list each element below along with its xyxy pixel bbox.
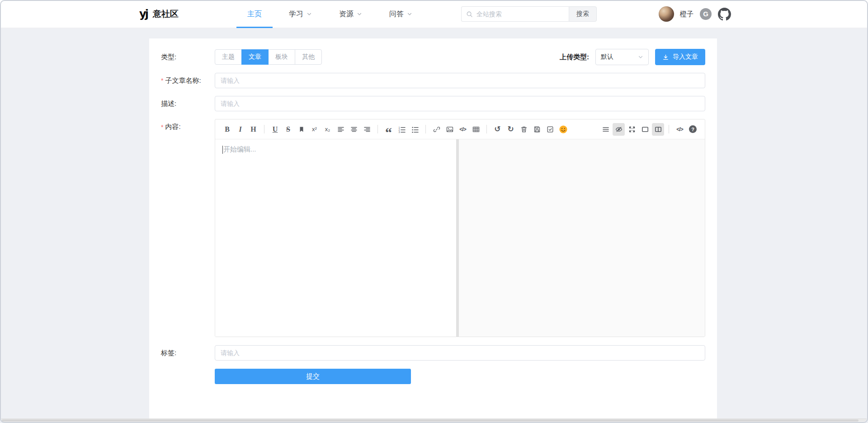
name-label: * 子文章名称: (161, 76, 215, 85)
chevron-down-icon (638, 54, 643, 60)
submit-row: 提交 (161, 369, 705, 384)
type-option-article[interactable]: 文章 (241, 49, 269, 65)
nav-item-qa[interactable]: 问答 (388, 0, 413, 28)
toolbar-separator (669, 125, 669, 133)
nav-label: 学习 (289, 10, 303, 19)
bold-icon[interactable]: B (221, 123, 233, 136)
subscript-icon[interactable]: x₂ (321, 123, 334, 136)
link-icon[interactable] (430, 123, 443, 136)
nav-item-resources[interactable]: 资源 (338, 0, 363, 28)
code-icon[interactable]: </> (457, 123, 469, 136)
toc-icon[interactable] (599, 123, 612, 136)
chevron-down-icon (357, 11, 362, 17)
type-option-other[interactable]: 其他 (295, 49, 322, 65)
preview-window-icon[interactable] (639, 123, 651, 136)
nav-label: 问答 (389, 10, 404, 19)
toolbar-separator (264, 125, 264, 133)
toolbar-right-groups: </>? (599, 123, 699, 136)
code-view-icon[interactable]: </> (674, 123, 686, 136)
description-row: 描述: (161, 96, 705, 111)
search-icon (466, 11, 473, 18)
toolbar-left-groups: BIHUSx²x₂“123</>↺↻ (221, 123, 570, 136)
submit-button[interactable]: 提交 (215, 369, 411, 384)
scrollbar-thumb[interactable] (2, 419, 859, 422)
align-right-icon[interactable] (361, 123, 373, 136)
main-nav: 主页 学习 资源 问答 (246, 0, 413, 28)
quote-icon[interactable]: “ (382, 123, 395, 136)
heading-icon[interactable]: H (247, 123, 259, 136)
help-icon[interactable]: ? (687, 123, 699, 136)
nav-item-study[interactable]: 学习 (288, 0, 313, 28)
checklist-icon[interactable] (544, 123, 556, 136)
type-row: 类型: 主题 文章 板块 其他 上传类型: 默认 导入文章 (161, 49, 705, 65)
submit-spacer (161, 369, 215, 384)
svg-text:G: G (703, 10, 708, 18)
preview-toggle-icon[interactable] (613, 123, 625, 136)
import-article-button[interactable]: 导入文章 (655, 49, 705, 65)
unordered-list-icon[interactable] (409, 123, 421, 136)
tags-input[interactable] (215, 345, 705, 361)
split-view-icon[interactable] (652, 123, 664, 136)
strikethrough-icon[interactable]: S (282, 123, 294, 136)
italic-icon[interactable]: I (234, 123, 246, 136)
site-search: 搜索 (461, 6, 597, 22)
article-form-card: 类型: 主题 文章 板块 其他 上传类型: 默认 导入文章 * 子文章名称: (149, 38, 717, 420)
superscript-icon[interactable]: x² (308, 123, 321, 136)
site-title: 意社区 (153, 8, 179, 20)
delete-icon[interactable] (518, 123, 530, 136)
horizontal-scrollbar[interactable] (1, 418, 867, 422)
type-option-board[interactable]: 板块 (268, 49, 295, 65)
upload-type-select[interactable]: 默认 (595, 49, 649, 65)
table-icon[interactable] (470, 123, 482, 136)
nav-label: 主页 (247, 10, 262, 19)
search-button[interactable]: 搜索 (569, 6, 597, 22)
chevron-down-icon (407, 11, 412, 17)
site-logo-icon: yj (139, 8, 147, 20)
type-label: 类型: (161, 53, 215, 62)
save-icon[interactable] (531, 123, 543, 136)
type-segmented-control: 主题 文章 板块 其他 (215, 49, 322, 65)
gitee-icon[interactable]: G (699, 8, 712, 20)
upload-cluster: 上传类型: 默认 导入文章 (560, 49, 705, 65)
required-asterisk: * (161, 77, 163, 84)
sub-article-name-input[interactable] (215, 73, 705, 88)
type-option-topic[interactable]: 主题 (215, 49, 242, 65)
fullscreen-icon[interactable] (626, 123, 638, 136)
search-input-box (461, 6, 569, 22)
content-row: * 内容: BIHUSx²x₂“123</>↺↻ </>? 开始编辑... (161, 119, 705, 337)
description-input[interactable] (215, 96, 705, 111)
nav-item-home[interactable]: 主页 (246, 0, 263, 28)
chevron-down-icon (307, 11, 312, 17)
github-icon[interactable] (718, 8, 731, 21)
required-asterisk: * (161, 124, 163, 131)
description-label: 描述: (161, 100, 215, 108)
username[interactable]: 橙子 (680, 10, 693, 19)
underline-icon[interactable]: U (269, 123, 281, 136)
markdown-editor: BIHUSx²x₂“123</>↺↻ </>? 开始编辑... (215, 119, 705, 337)
editor-placeholder: 开始编辑... (223, 145, 256, 153)
editor-input-pane[interactable]: 开始编辑... (215, 139, 456, 337)
redo-icon[interactable]: ↻ (505, 123, 517, 136)
brand[interactable]: yj 意社区 (139, 0, 179, 28)
bookmark-icon[interactable] (295, 123, 307, 136)
toolbar-separator (425, 125, 426, 133)
text-cursor (222, 146, 223, 154)
upload-type-value: 默认 (601, 53, 613, 61)
search-input[interactable] (476, 10, 564, 18)
toolbar-separator (377, 125, 378, 133)
align-center-icon[interactable] (348, 123, 360, 136)
ordered-list-icon[interactable]: 123 (396, 123, 408, 136)
preview-pane (459, 139, 705, 337)
nav-label: 资源 (339, 10, 354, 19)
user-area: 橙子 G (659, 0, 731, 28)
emoji-icon[interactable] (557, 123, 569, 136)
align-left-icon[interactable] (335, 123, 347, 136)
undo-icon[interactable]: ↺ (491, 123, 504, 136)
toolbar-separator (486, 125, 487, 133)
avatar[interactable] (659, 6, 674, 22)
upload-type-label: 上传类型: (560, 53, 589, 62)
image-icon[interactable] (443, 123, 456, 136)
tags-row: 标签: (161, 345, 705, 361)
content-label: * 内容: (161, 123, 215, 131)
editor-toolbar: BIHUSx²x₂“123</>↺↻ </>? (215, 119, 705, 139)
